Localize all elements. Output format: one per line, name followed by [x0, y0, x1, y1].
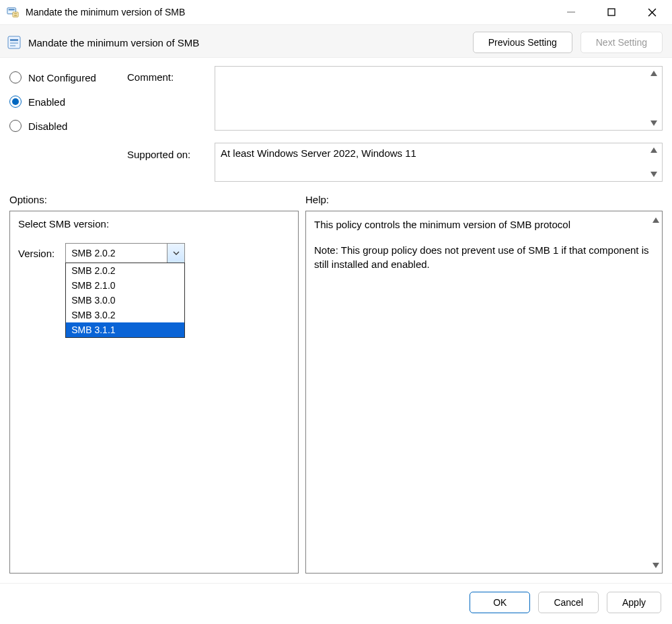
svg-marker-18 — [652, 563, 659, 568]
dropdown-option[interactable]: SMB 3.0.0 — [66, 293, 184, 308]
dropdown-option[interactable]: SMB 3.1.1 — [66, 322, 184, 337]
previous-setting-button[interactable]: Previous Setting — [473, 32, 572, 53]
dropdown-option[interactable]: SMB 2.1.0 — [66, 278, 184, 293]
section-headings: Options: Help: — [0, 182, 672, 211]
dialog-footer: OK Cancel Apply — [0, 583, 672, 624]
radio-enabled[interactable]: Enabled — [9, 96, 127, 108]
radio-dot-icon — [9, 120, 22, 132]
policy-title: Mandate the minimum version of SMB — [28, 37, 199, 48]
help-text-1: This policy controls the minimum version… — [314, 218, 654, 232]
titlebar: Mandate the minimum version of SMB — [0, 0, 672, 24]
help-panel: This policy controls the minimum version… — [305, 211, 663, 574]
dropdown-option[interactable]: SMB 3.0.2 — [66, 308, 184, 322]
svg-marker-15 — [650, 147, 657, 153]
window-title: Mandate the minimum version of SMB — [26, 7, 185, 18]
svg-marker-13 — [650, 71, 657, 76]
scroll-up-icon[interactable] — [652, 214, 659, 225]
comment-label: Comment: — [127, 71, 215, 83]
supported-on-label: Supported on: — [127, 149, 215, 160]
dropdown-list[interactable]: SMB 2.0.2SMB 2.1.0SMB 3.0.0SMB 3.0.2SMB … — [65, 263, 185, 338]
svg-rect-11 — [10, 42, 18, 44]
radio-label: Not Configured — [28, 72, 96, 83]
state-section: Not Configured Enabled Disabled Comment:… — [0, 58, 672, 182]
scroll-down-icon[interactable] — [648, 118, 659, 129]
scroll-up-icon[interactable] — [648, 145, 659, 155]
scroll-down-icon[interactable] — [648, 169, 659, 180]
help-text-2: Note: This group policy does not prevent… — [314, 244, 654, 271]
svg-rect-12 — [10, 45, 15, 46]
supported-on-field: At least Windows Server 2022, Windows 11 — [215, 143, 663, 182]
radio-not-configured[interactable]: Not Configured — [9, 71, 127, 83]
svg-rect-4 — [14, 15, 17, 16]
comment-field[interactable] — [215, 66, 663, 131]
options-subheading: Select SMB version: — [18, 218, 290, 230]
radio-dot-icon — [9, 96, 22, 108]
svg-rect-10 — [10, 39, 18, 41]
chevron-down-icon[interactable] — [167, 244, 184, 263]
svg-marker-17 — [652, 217, 659, 223]
help-heading: Help: — [305, 194, 329, 205]
version-label: Version: — [18, 248, 54, 259]
dropdown-option[interactable]: SMB 2.0.2 — [66, 263, 184, 278]
version-dropdown[interactable]: SMB 2.0.2 SMB 2.0.2SMB 2.1.0SMB 3.0.0SMB… — [65, 243, 185, 263]
ok-button[interactable]: OK — [470, 592, 530, 613]
radio-label: Disabled — [28, 120, 67, 132]
maximize-button[interactable] — [591, 0, 632, 24]
policy-icon — [7, 35, 22, 50]
radio-dot-icon — [9, 71, 22, 83]
next-setting-button: Next Setting — [581, 32, 663, 53]
svg-marker-16 — [650, 172, 657, 177]
app-icon — [7, 6, 19, 18]
window-controls — [551, 0, 672, 24]
supported-on-text: At least Windows Server 2022, Windows 11 — [221, 147, 416, 159]
apply-button[interactable]: Apply — [607, 592, 661, 613]
cancel-button[interactable]: Cancel — [538, 592, 599, 613]
radio-label: Enabled — [28, 96, 65, 108]
svg-rect-3 — [14, 13, 17, 14]
svg-rect-1 — [9, 9, 15, 11]
minimize-button[interactable] — [551, 0, 591, 24]
svg-rect-2 — [13, 12, 18, 17]
svg-marker-14 — [650, 120, 657, 126]
scroll-down-icon[interactable] — [652, 559, 659, 570]
policy-header: Mandate the minimum version of SMB Previ… — [0, 24, 672, 58]
close-button[interactable] — [632, 0, 672, 24]
scroll-up-icon[interactable] — [648, 68, 659, 79]
radio-disabled[interactable]: Disabled — [9, 120, 127, 132]
options-panel: Select SMB version: Version: SMB 2.0.2 S… — [9, 211, 299, 574]
dropdown-selected-value: SMB 2.0.2 — [66, 248, 167, 258]
svg-rect-6 — [608, 9, 615, 15]
options-heading: Options: — [9, 194, 305, 205]
